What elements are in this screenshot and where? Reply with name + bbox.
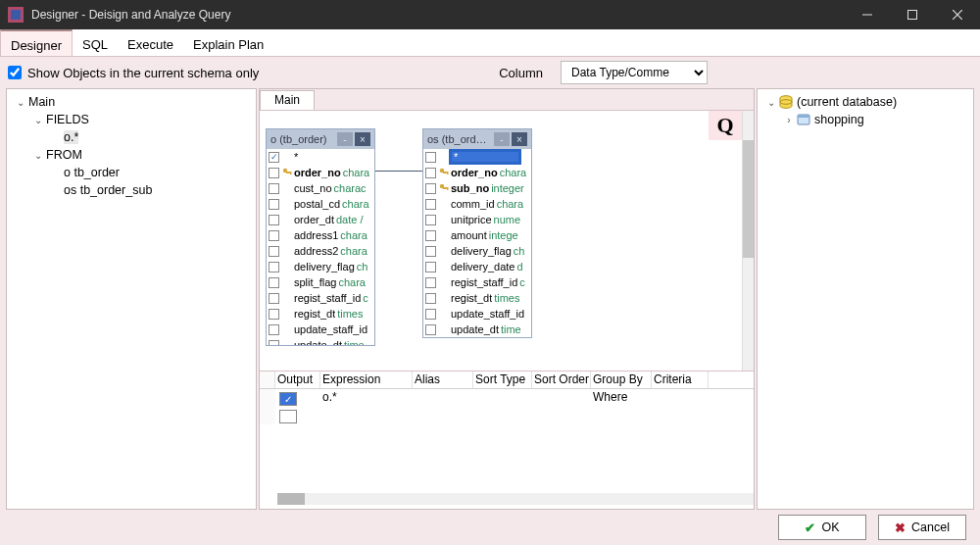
column-checkbox[interactable] xyxy=(425,293,436,304)
column-row[interactable]: update_staff_id xyxy=(267,322,374,337)
column-checkbox[interactable] xyxy=(269,309,279,320)
table-collapse-icon[interactable]: - xyxy=(494,132,510,146)
column-checkbox[interactable] xyxy=(425,230,436,241)
column-row[interactable]: comm_idchara xyxy=(423,196,531,212)
column-checkbox[interactable] xyxy=(425,277,436,288)
column-checkbox[interactable] xyxy=(269,277,279,288)
column-checkbox[interactable] xyxy=(269,340,279,346)
tree-from-o[interactable]: o tb_order xyxy=(11,164,252,181)
column-checkbox[interactable] xyxy=(425,152,436,163)
primary-key-icon xyxy=(282,168,292,177)
column-row[interactable]: regist_dttimes xyxy=(423,290,531,306)
column-row[interactable]: regist_staff_idc xyxy=(267,290,374,306)
schema-tree-db[interactable]: ⌄ (current database) xyxy=(761,93,969,111)
column-checkbox[interactable] xyxy=(425,183,436,194)
table-collapse-icon[interactable]: - xyxy=(337,132,353,146)
tab-explain[interactable]: Explain Plan xyxy=(183,29,273,56)
tree-from-os[interactable]: os tb_order_sub xyxy=(11,181,252,199)
column-checkbox[interactable] xyxy=(425,199,436,210)
window-maximize-button[interactable] xyxy=(890,0,935,29)
column-row[interactable]: delivery_flagch xyxy=(267,259,374,274)
column-row[interactable]: regist_dttimes xyxy=(267,306,374,322)
table-box-o[interactable]: o (tb_order) - × ✓*order_nocharacust_noc… xyxy=(266,128,375,346)
main-layout: ⌄Main ⌄FIELDS o.* ⌄FROM o tb_order os tb… xyxy=(0,88,980,510)
column-checkbox[interactable] xyxy=(269,168,279,178)
column-checkbox[interactable] xyxy=(269,262,279,272)
canvas-tab-main[interactable]: Main xyxy=(260,90,315,110)
tab-execute[interactable]: Execute xyxy=(118,29,183,56)
column-checkbox[interactable] xyxy=(269,246,279,257)
diagram-canvas[interactable]: Q o (tb_order) - × ✓*order_nocharacust_n… xyxy=(260,111,754,372)
grid-expression-cell[interactable]: o.* xyxy=(320,389,413,407)
column-checkbox[interactable] xyxy=(425,262,436,272)
table-box-os[interactable]: os (tb_order_s... - × order_nocharasub_n… xyxy=(422,128,532,338)
column-row[interactable]: order_nochara xyxy=(267,165,374,180)
column-row[interactable]: update_dttime xyxy=(267,337,374,345)
show-schema-only-checkbox[interactable] xyxy=(8,66,22,79)
column-row[interactable]: update_dttime xyxy=(423,322,531,337)
grid-header-sort-order: Sort Order xyxy=(532,372,591,388)
grid-row-1[interactable] xyxy=(260,407,754,424)
grid-row-0[interactable]: ✓ o.* xyxy=(260,389,754,407)
column-checkbox[interactable] xyxy=(269,324,279,335)
column-row[interactable]: delivery_flagch xyxy=(423,243,531,259)
column-row[interactable]: postal_cdchara xyxy=(267,196,374,212)
key-placeholder xyxy=(282,183,292,193)
column-row[interactable]: order_dtdate / xyxy=(267,212,374,227)
column-checkbox[interactable] xyxy=(269,215,279,225)
table-close-icon[interactable]: × xyxy=(355,132,370,146)
canvas-scrollbar[interactable] xyxy=(742,111,754,371)
column-row[interactable]: address2chara xyxy=(267,243,374,259)
tree-main[interactable]: ⌄Main xyxy=(11,93,252,111)
ok-button[interactable]: ✔OK xyxy=(778,515,866,540)
primary-key-icon xyxy=(439,183,449,193)
column-checkbox[interactable] xyxy=(269,293,279,304)
column-row[interactable]: address1chara xyxy=(267,227,374,243)
column-checkbox[interactable] xyxy=(425,246,436,257)
window-title: Designer - Deisign and Analyze Query xyxy=(29,8,845,22)
grid-hscrollbar[interactable] xyxy=(277,493,754,505)
column-checkbox[interactable] xyxy=(425,324,436,335)
column-checkbox[interactable] xyxy=(425,168,436,178)
cancel-button[interactable]: ✖Cancel xyxy=(878,515,966,540)
window-close-button[interactable] xyxy=(935,0,980,29)
tree-field-o-star[interactable]: o.* xyxy=(11,128,252,146)
center-panel: Main Q o (tb_order) - × ✓*order_nocharac… xyxy=(259,88,755,510)
column-checkbox[interactable] xyxy=(425,215,436,225)
schema-tree: ⌄ (current database) › shopping xyxy=(757,88,974,510)
schema-tree-schema[interactable]: › shopping xyxy=(761,111,969,128)
criteria-grid[interactable]: Output Expression Alias Sort Type Sort O… xyxy=(260,372,754,509)
column-display-select[interactable]: Data Type/Comment xyxy=(561,61,708,84)
column-checkbox[interactable]: ✓ xyxy=(269,152,279,163)
column-row[interactable]: cust_nocharac xyxy=(267,180,374,196)
key-placeholder xyxy=(282,199,292,209)
column-row[interactable]: order_nochara xyxy=(423,165,531,180)
column-star[interactable]: ✓* xyxy=(267,149,374,165)
column-row[interactable]: split_flagchara xyxy=(267,274,374,290)
tab-sql[interactable]: SQL xyxy=(73,29,118,56)
column-row[interactable]: amountintege xyxy=(423,227,531,243)
grid-output-checkbox[interactable]: ✓ xyxy=(279,392,297,406)
column-row[interactable]: delivery_dated xyxy=(423,259,531,274)
column-checkbox[interactable] xyxy=(269,199,279,210)
column-checkbox[interactable] xyxy=(425,309,436,320)
grid-output-checkbox[interactable] xyxy=(279,410,297,423)
table-header-o[interactable]: o (tb_order) - × xyxy=(267,129,374,149)
tab-designer[interactable]: Designer xyxy=(0,29,73,56)
table-header-os[interactable]: os (tb_order_s... - × xyxy=(423,129,531,149)
column-row[interactable]: regist_staff_idc xyxy=(423,274,531,290)
table-close-icon[interactable]: × xyxy=(512,132,527,146)
key-placeholder xyxy=(282,340,292,345)
column-row[interactable]: update_staff_id xyxy=(423,306,531,322)
column-checkbox[interactable] xyxy=(269,183,279,194)
tree-from[interactable]: ⌄FROM xyxy=(11,146,252,164)
tree-fields[interactable]: ⌄FIELDS xyxy=(11,111,252,128)
column-row[interactable]: sub_nointeger xyxy=(423,180,531,196)
window-minimize-button[interactable] xyxy=(845,0,890,29)
column-checkbox[interactable] xyxy=(269,230,279,241)
app-icon xyxy=(8,7,24,23)
key-placeholder xyxy=(439,293,449,303)
column-star[interactable] xyxy=(423,149,531,165)
column-row[interactable]: unitpricenume xyxy=(423,212,531,227)
key-placeholder xyxy=(282,215,292,224)
